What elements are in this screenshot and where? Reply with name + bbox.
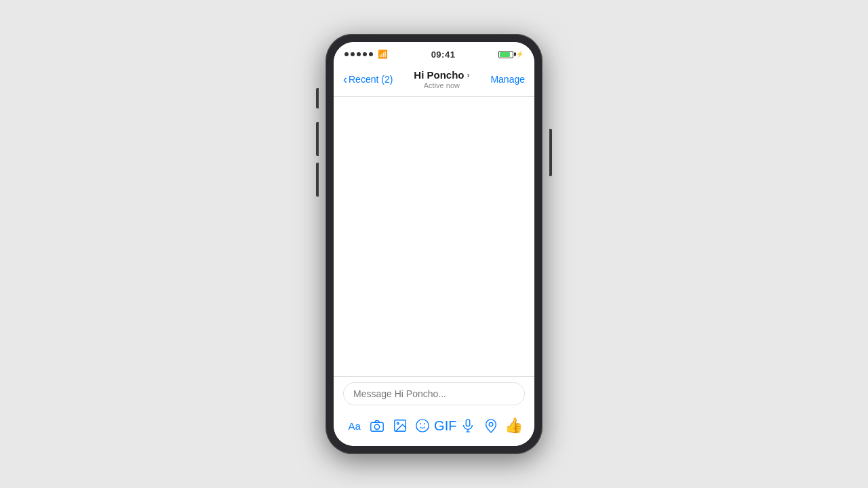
battery-fill xyxy=(500,52,510,57)
input-area: Aa xyxy=(334,376,534,446)
signal-dot-2 xyxy=(351,52,355,56)
svg-rect-0 xyxy=(371,422,383,431)
svg-point-4 xyxy=(416,420,429,432)
signal-area: 📶 xyxy=(344,49,388,59)
keyboard-button[interactable]: Aa xyxy=(343,413,366,438)
nav-title-text: Hi Poncho xyxy=(414,69,464,81)
keyboard-label: Aa xyxy=(349,420,361,432)
status-time: 09:41 xyxy=(431,49,456,60)
like-button[interactable]: 👍 xyxy=(502,413,526,438)
screen: 📶 09:41 ⚡ ‹ Recent (2) xyxy=(334,42,534,446)
toolbar-icons: Aa xyxy=(343,411,525,441)
location-button[interactable] xyxy=(479,413,502,438)
wifi-icon: 📶 xyxy=(378,49,388,59)
message-input-row xyxy=(343,382,525,405)
battery-area: ⚡ xyxy=(498,51,524,58)
photo-icon xyxy=(393,418,408,433)
svg-point-3 xyxy=(397,422,399,424)
mic-button[interactable] xyxy=(457,413,480,438)
svg-point-10 xyxy=(489,422,493,426)
back-label: Recent (2) xyxy=(349,74,393,85)
nav-title-row[interactable]: Hi Poncho › xyxy=(398,69,485,81)
svg-rect-7 xyxy=(467,420,471,426)
location-icon xyxy=(484,418,498,433)
nav-subtitle: Active now xyxy=(398,81,485,89)
battery-icon xyxy=(498,51,513,58)
svg-point-1 xyxy=(375,424,380,429)
battery-container xyxy=(498,51,513,58)
bolt-icon: ⚡ xyxy=(516,51,524,58)
nav-title-chevron-icon: › xyxy=(467,70,469,80)
message-area xyxy=(334,97,534,376)
volume-up-button[interactable] xyxy=(316,122,319,156)
nav-center: Hi Poncho › Active now xyxy=(398,69,485,89)
thumbs-up-icon: 👍 xyxy=(505,417,523,434)
status-bar: 📶 09:41 ⚡ xyxy=(334,42,534,64)
phone-inner: 📶 09:41 ⚡ ‹ Recent (2) xyxy=(334,42,534,446)
camera-button[interactable] xyxy=(366,413,389,438)
manage-button[interactable]: Manage xyxy=(490,74,525,85)
signal-dot-3 xyxy=(357,52,361,56)
gif-label: GIF xyxy=(434,418,456,434)
photo-button[interactable] xyxy=(389,413,412,438)
back-chevron-icon: ‹ xyxy=(343,73,347,85)
emoji-button[interactable] xyxy=(412,413,435,438)
signal-dot-4 xyxy=(363,52,367,56)
phone-device: 📶 09:41 ⚡ ‹ Recent (2) xyxy=(326,34,542,454)
message-input[interactable] xyxy=(343,382,525,405)
back-button[interactable]: ‹ Recent (2) xyxy=(343,73,393,85)
emoji-icon xyxy=(415,418,430,433)
signal-dot-5 xyxy=(369,52,373,56)
power-button[interactable] xyxy=(549,129,552,176)
mute-button[interactable] xyxy=(316,88,319,108)
navigation-bar: ‹ Recent (2) Hi Poncho › Active now Mana… xyxy=(334,64,534,97)
mic-icon xyxy=(460,418,475,433)
camera-icon xyxy=(370,418,384,433)
signal-dot-1 xyxy=(344,52,349,56)
volume-down-button[interactable] xyxy=(316,163,319,197)
gif-button[interactable]: GIF xyxy=(434,413,457,438)
